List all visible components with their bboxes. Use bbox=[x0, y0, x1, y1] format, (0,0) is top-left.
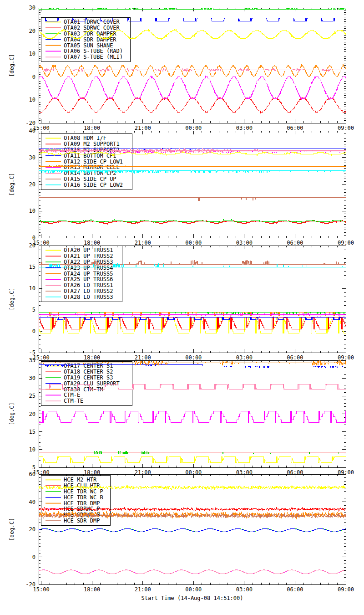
y-axis-title: [deg.C] bbox=[9, 287, 15, 311]
x-tick-label: 03:00 bbox=[236, 354, 253, 361]
x-tick-label: 00:00 bbox=[185, 125, 202, 131]
y-axis-title: [deg.C] bbox=[9, 518, 15, 541]
y-tick-label: 20 bbox=[29, 411, 35, 417]
x-tick-label: 06:00 bbox=[287, 240, 303, 246]
y-tick-label: 30 bbox=[29, 375, 35, 381]
legend-label-ota28-lo-truss3: OTA28 LO TRUSS3 bbox=[64, 294, 113, 300]
y-tick-label: 10 bbox=[29, 446, 35, 453]
y-tick-label: -10 bbox=[25, 97, 35, 103]
y-tick-label: 0 bbox=[32, 554, 35, 560]
y-tick-label: 5 bbox=[32, 307, 35, 313]
y-tick-label: 40 bbox=[29, 499, 35, 505]
x-tick-label: 06:00 bbox=[287, 354, 303, 361]
y-tick-label: 10 bbox=[29, 208, 35, 214]
y-tick-label: 10 bbox=[29, 285, 35, 292]
y-tick-label: 20 bbox=[29, 181, 35, 188]
x-tick-label: 00:00 bbox=[185, 586, 202, 593]
x-tick-label: 15:00 bbox=[33, 586, 50, 593]
legend-label-ota16-side-cp-low2: OTA16 SIDE CP LOW2 bbox=[64, 182, 123, 188]
x-tick-label: 00:00 bbox=[185, 240, 202, 246]
x-tick-label: 21:00 bbox=[135, 586, 151, 593]
legend-label-ota07-s-tube-mli: OTA07 S-TUBE (MLI) bbox=[64, 54, 123, 60]
x-tick-label: 09:00 bbox=[338, 354, 354, 361]
y-tick-label: 30 bbox=[29, 5, 35, 11]
x-tick-label: 18:00 bbox=[84, 240, 100, 246]
chart-svg: OTA01 TDRWC COVEROTA02 SDRWC COVEROTA03 … bbox=[0, 0, 364, 615]
x-axis-title: Start Time (14-Aug-08 14:51:00) bbox=[142, 595, 243, 601]
y-axis-title: [deg.C] bbox=[9, 54, 15, 77]
y-tick-label: 0 bbox=[32, 74, 35, 80]
x-tick-label: 18:00 bbox=[84, 586, 100, 593]
x-tick-label: 18:00 bbox=[84, 354, 100, 361]
y-tick-label: 20 bbox=[29, 526, 35, 533]
legend-label-hce-sdr-dmp: HCE SDR DMP bbox=[64, 518, 100, 524]
y-tick-label: 35 bbox=[29, 357, 35, 364]
y-axis-title: [deg.C] bbox=[9, 173, 15, 196]
x-tick-label: 06:00 bbox=[287, 125, 303, 131]
x-tick-label: 21:00 bbox=[135, 240, 151, 246]
x-tick-label: 09:00 bbox=[338, 586, 354, 593]
x-tick-label: 21:00 bbox=[135, 125, 151, 131]
y-tick-label: 40 bbox=[29, 128, 35, 134]
y-tick-label: 20 bbox=[29, 242, 35, 249]
y-tick-label: 10 bbox=[29, 51, 35, 57]
y-tick-label: 30 bbox=[29, 154, 35, 161]
x-tick-label: 06:00 bbox=[287, 586, 303, 593]
chart-background bbox=[0, 0, 364, 615]
y-tick-label: 60 bbox=[29, 471, 35, 477]
telemetry-figure: OTA01 TDRWC COVEROTA02 SDRWC COVEROTA03 … bbox=[0, 0, 364, 615]
x-tick-label: 09:00 bbox=[338, 240, 354, 246]
y-axis-title: [deg.C] bbox=[9, 402, 15, 425]
y-tick-label: 25 bbox=[29, 393, 35, 399]
y-tick-label: 15 bbox=[29, 429, 35, 435]
x-tick-label: 03:00 bbox=[236, 586, 253, 593]
x-tick-label: 21:00 bbox=[135, 354, 151, 361]
x-tick-label: 03:00 bbox=[236, 125, 253, 131]
x-tick-label: 18:00 bbox=[84, 125, 100, 131]
y-tick-label: 15 bbox=[29, 264, 35, 270]
x-tick-label: 03:00 bbox=[236, 240, 253, 246]
y-tick-label: 0 bbox=[32, 328, 35, 334]
legend-label-ctm-te: CTM-TE bbox=[64, 398, 83, 404]
x-tick-label: 00:00 bbox=[185, 354, 202, 361]
y-tick-label: 20 bbox=[29, 28, 35, 34]
x-tick-label: 09:00 bbox=[338, 125, 354, 131]
